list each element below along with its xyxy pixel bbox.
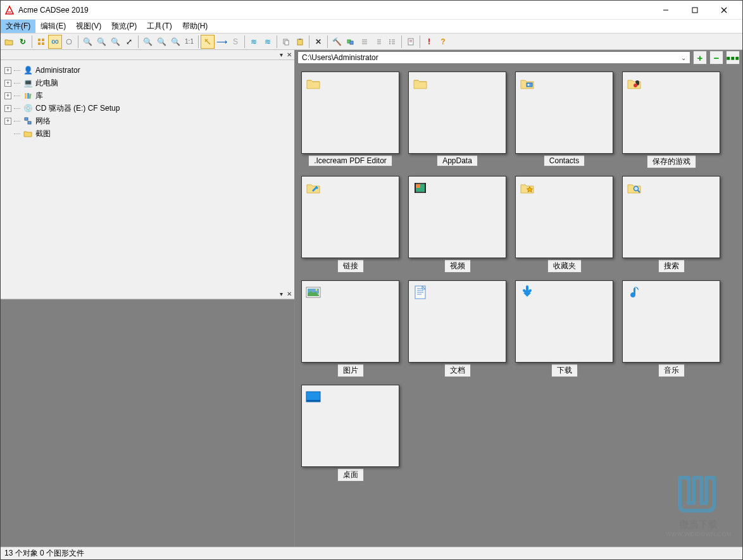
zoom-11-button[interactable]: 1:1 (182, 35, 196, 49)
tree-pane-close-icon[interactable]: ✕ (287, 51, 292, 58)
view-grid-button[interactable] (34, 35, 48, 49)
layer-arrow-button[interactable]: ⟶ (215, 35, 228, 49)
svg-rect-30 (25, 93, 27, 99)
cd-icon: 💿 (23, 103, 33, 113)
zoom-ext-button[interactable]: 🔍 (140, 35, 154, 49)
expand-icon[interactable]: + (4, 67, 11, 74)
folder-icon (23, 128, 33, 139)
thumb-label: 桌面 (337, 468, 364, 482)
refresh-button[interactable]: ↻ (16, 35, 30, 49)
thumb-box (622, 280, 720, 363)
preview-pane-close-icon[interactable]: ✕ (287, 290, 292, 297)
svg-rect-55 (306, 400, 320, 402)
layer-fx-button[interactable] (201, 35, 215, 49)
thumb-label: 文档 (444, 364, 471, 377)
expand-icon[interactable]: + (4, 105, 11, 112)
menubar: 文件(F) 编辑(E) 视图(V) 预览(P) 工具(T) 帮助(H) (1, 20, 742, 34)
tree-node-network[interactable]: + 网络 (3, 115, 292, 127)
tool-indent2-button[interactable] (372, 35, 385, 49)
chevron-down-icon[interactable]: ⌄ (681, 54, 686, 61)
help-button[interactable]: ? (436, 35, 450, 49)
tree-node-administrator[interactable]: + 👤 Administrator (3, 64, 292, 77)
thumb-item[interactable]: 图片 (301, 280, 399, 377)
body-area: ▾ ✕ + 👤 Administrator + 💻 此电脑 + 库 (1, 50, 742, 547)
tree-node-library[interactable]: + 库 (3, 89, 292, 102)
thumb-item[interactable]: .Icecream PDF Editor (301, 72, 399, 168)
preview-pane-pin-icon[interactable]: ▾ (280, 290, 283, 297)
copy-button[interactable] (279, 35, 293, 49)
games-icon (627, 76, 642, 91)
zoom-in-button[interactable]: 🔍 (80, 35, 94, 49)
thumb-item[interactable]: 保存的游戏 (622, 72, 720, 168)
tool-indent1-button[interactable] (358, 35, 372, 49)
zoom-out-button[interactable]: 🔍 (94, 35, 108, 49)
view-circle-button[interactable] (62, 35, 76, 49)
thumb-label: 保存的游戏 (647, 155, 696, 168)
menu-view[interactable]: 视图(V) (71, 20, 106, 33)
svg-rect-11 (297, 39, 303, 45)
svg-rect-42 (415, 183, 416, 193)
menu-file[interactable]: 文件(F) (1, 20, 35, 33)
tree-pane-pin-icon[interactable]: ▾ (280, 51, 283, 58)
tree-node-screenshots[interactable]: + 截图 (3, 127, 292, 140)
tree-node-cddrive[interactable]: + 💿 CD 驱动器 (E:) CF Setup (3, 102, 292, 115)
svg-point-37 (528, 84, 530, 86)
tree-node-thispc[interactable]: + 💻 此电脑 (3, 77, 292, 89)
preview-pane-header: ▾ ✕ (1, 289, 294, 299)
links-icon (306, 180, 321, 196)
layer-s-button[interactable]: S (228, 35, 242, 49)
filter1-button[interactable]: ≋ (247, 35, 261, 49)
zoom-all-button[interactable]: 🔍 (154, 35, 168, 49)
thumb-item[interactable]: 文档 (408, 280, 506, 377)
report-button[interactable] (404, 35, 418, 49)
tool-hammer-button[interactable]: 🔨 (330, 35, 344, 49)
maximize-button[interactable] (680, 1, 709, 20)
thumb-item[interactable]: 下载 (515, 280, 613, 377)
filter2-button[interactable]: ≋ (261, 35, 275, 49)
expand-icon[interactable]: + (4, 92, 11, 99)
svg-point-48 (316, 289, 318, 291)
thumb-options-button[interactable]: ■■■ (726, 51, 740, 65)
svg-point-8 (66, 39, 72, 44)
delete-button[interactable]: ✕ (311, 35, 325, 49)
thumb-item[interactable]: 音乐 (622, 280, 720, 377)
paste-button[interactable] (293, 35, 307, 49)
zoom-region-button[interactable]: 🔍 (168, 35, 182, 49)
menu-preview[interactable]: 预览(P) (106, 20, 142, 33)
thumb-item[interactable]: Contacts (515, 72, 613, 168)
alert-button[interactable]: ! (422, 35, 436, 49)
tree-pane[interactable]: + 👤 Administrator + 💻 此电脑 + 库 + 💿 (1, 60, 294, 289)
tool-layers-button[interactable] (344, 35, 358, 49)
thumb-item[interactable]: 桌面 (301, 385, 399, 482)
thumb-box (408, 176, 506, 258)
zoom-window-button[interactable]: ⤢ (122, 35, 136, 49)
thumb-label: AppData (437, 155, 478, 166)
minimize-button[interactable] (651, 1, 680, 20)
path-value: C:\Users\Administrator (302, 53, 378, 62)
thumb-item[interactable]: 搜索 (622, 176, 720, 273)
thumb-item[interactable]: 视频 (408, 176, 506, 273)
thumb-item[interactable]: AppData (408, 72, 506, 168)
svg-rect-32 (28, 94, 31, 99)
menu-help[interactable]: 帮助(H) (177, 20, 213, 33)
menu-edit[interactable]: 编辑(E) (35, 20, 71, 33)
tool-list-button[interactable] (385, 35, 399, 49)
open-folder-button[interactable] (2, 35, 16, 49)
expand-icon[interactable]: + (4, 80, 11, 87)
path-input[interactable]: C:\Users\Administrator ⌄ (297, 51, 690, 64)
thumb-label: 搜索 (658, 259, 685, 273)
close-button[interactable] (709, 1, 739, 20)
thumb-box (622, 176, 720, 258)
zoom-fit-button[interactable]: 🔍 (108, 35, 122, 49)
thumb-box (515, 72, 613, 154)
thumb-label: 音乐 (658, 364, 685, 377)
zoom-out-thumbs-button[interactable]: − (709, 51, 723, 65)
thumb-item[interactable]: 链接 (301, 176, 399, 273)
view-oo-button[interactable]: oo (48, 35, 62, 49)
status-text: 13 个对象 0 个图形文件 (4, 548, 84, 559)
zoom-in-thumbs-button[interactable]: + (693, 51, 707, 65)
thumb-item[interactable]: 收藏夹 (515, 176, 613, 273)
menu-tools[interactable]: 工具(T) (142, 20, 177, 33)
expand-icon[interactable]: + (4, 118, 11, 125)
thumbnail-grid[interactable]: .Icecream PDF EditorAppDataContacts保存的游戏… (295, 65, 742, 547)
